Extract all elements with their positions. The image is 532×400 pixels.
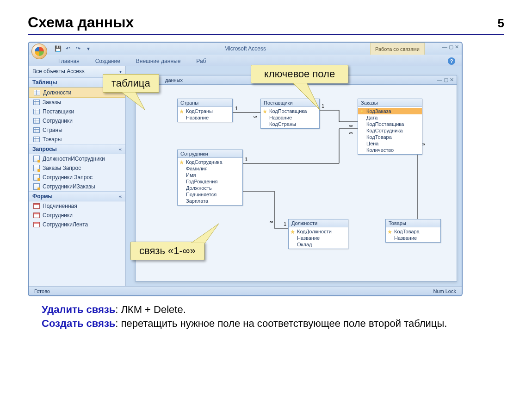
nav-group-queries[interactable]: Запросы « xyxy=(29,144,125,154)
entity-key-field[interactable]: КодДолжности xyxy=(289,228,348,235)
nav-group-forms[interactable]: Формы « xyxy=(29,191,125,201)
callout-text: ключевое поле xyxy=(264,68,335,80)
callout-text: связь «1-∞» xyxy=(139,245,196,256)
collapse-icon[interactable]: « xyxy=(119,147,122,152)
access-window: 💾 ↶ ↷ ▾ Microsoft Access Работа со связя… xyxy=(28,42,463,296)
nav-item-label: Заказы Запрос xyxy=(43,165,81,171)
entity-field[interactable]: КодПоставщика xyxy=(358,121,422,127)
callout-tail-icon xyxy=(191,223,223,243)
nav-item-query[interactable]: Сотрудники Запрос xyxy=(29,173,125,182)
maximize-icon[interactable]: ▢ xyxy=(444,77,448,83)
footer-text: : ЛКМ + Delete. xyxy=(115,304,186,315)
entity-field[interactable]: Название xyxy=(386,235,440,241)
inner-window-title-text: данных xyxy=(165,77,183,83)
context-tab[interactable]: Работа со связями xyxy=(370,43,425,55)
help-icon[interactable]: ? xyxy=(448,57,455,65)
undo-icon[interactable]: ↶ xyxy=(64,44,72,53)
close-icon[interactable]: ✕ xyxy=(455,44,459,50)
nav-item-form[interactable]: Сотрудники xyxy=(29,211,125,220)
work-area: Все объекты Access ▾ Таблицы « Должности… xyxy=(29,66,462,286)
callout-table: таблица xyxy=(103,74,159,93)
entity-field[interactable]: Фамилия xyxy=(178,165,242,172)
query-icon xyxy=(33,156,40,162)
minimize-icon[interactable]: — xyxy=(442,44,447,50)
ribbon-tab[interactable]: Создание xyxy=(93,56,122,66)
nav-item-table[interactable]: Товары xyxy=(29,135,125,144)
minimize-icon[interactable]: — xyxy=(437,77,442,83)
nav-item-label: ДолжностиИСотрудники xyxy=(43,156,105,162)
nav-item-label: Должности xyxy=(43,89,71,96)
entity-field[interactable]: Подчиняется xyxy=(178,191,242,198)
entity-field[interactable]: Название xyxy=(261,114,319,121)
entity-field[interactable]: Название xyxy=(178,114,232,121)
rel-one: 1 xyxy=(235,106,238,111)
entity-title: Заказы xyxy=(358,99,422,107)
rel-many: ∞ xyxy=(270,219,273,225)
entity-field[interactable]: КодСотрудника xyxy=(358,127,422,134)
entity-field[interactable]: Должность xyxy=(178,185,242,191)
entity-countries[interactable]: Страны КодСтраны Название xyxy=(177,99,233,122)
nav-item-form[interactable]: СотрудникиЛента xyxy=(29,220,125,229)
form-icon xyxy=(33,222,40,227)
inner-window-controls: — ▢ ✕ xyxy=(437,77,454,83)
entity-key-field[interactable]: КодСтраны xyxy=(178,108,232,114)
ribbon-tab[interactable]: Внешние данные xyxy=(134,56,183,66)
nav-item-form[interactable]: Подчиненная xyxy=(29,201,125,211)
entity-field[interactable]: Название xyxy=(289,235,348,241)
nav-item-table[interactable]: Страны xyxy=(29,125,125,135)
entity-orders[interactable]: Заказы КодЗаказа Дата КодПоставщика КодС… xyxy=(358,99,422,155)
form-icon xyxy=(33,212,40,218)
status-numlock: Num Lock xyxy=(433,288,456,294)
footer-highlight: Удалить связь xyxy=(42,304,115,315)
status-text: Готово xyxy=(34,288,50,294)
titlebar: 💾 ↶ ↷ ▾ Microsoft Access Работа со связя… xyxy=(29,43,462,55)
entity-field[interactable]: Количество xyxy=(358,147,422,153)
entity-field[interactable]: КодСтраны xyxy=(261,121,319,127)
entity-title: Страны xyxy=(178,99,232,107)
redo-icon[interactable]: ↷ xyxy=(74,44,82,53)
table-icon xyxy=(33,109,40,114)
nav-item-table[interactable]: Сотрудники xyxy=(29,116,125,125)
close-icon[interactable]: ✕ xyxy=(450,77,454,83)
ribbon-tab[interactable]: Главная xyxy=(56,56,81,66)
entity-key-field[interactable]: КодТовара xyxy=(386,228,440,235)
form-icon xyxy=(33,203,40,209)
entity-field[interactable]: Оклад xyxy=(289,241,348,248)
nav-item-table[interactable]: Поставщики xyxy=(29,107,125,116)
entity-goods[interactable]: Товары КодТовара Название xyxy=(385,219,441,243)
chevron-down-icon[interactable]: ▾ xyxy=(119,69,122,74)
nav-item-label: Сотрудники xyxy=(43,212,73,219)
qat-dropdown-icon[interactable]: ▾ xyxy=(84,44,93,53)
nav-pane-title: Все объекты Access xyxy=(32,68,85,75)
maximize-icon[interactable]: ▢ xyxy=(449,44,453,50)
ribbon-tab[interactable]: Раб xyxy=(194,56,208,66)
entity-employees[interactable]: Сотрудники КодСотрудника Фамилия Имя Год… xyxy=(177,150,243,206)
entity-key-field[interactable]: КодЗаказа xyxy=(358,108,422,114)
table-icon xyxy=(33,137,40,142)
rel-one: 1 xyxy=(284,221,286,227)
entity-title: Сотрудники xyxy=(178,150,242,158)
slide-number: 5 xyxy=(498,16,504,31)
entity-field[interactable]: Цена xyxy=(358,140,422,147)
entity-field[interactable]: ГодРождения xyxy=(178,178,242,185)
entity-key-field[interactable]: КодСотрудника xyxy=(178,159,242,165)
nav-item-table[interactable]: Заказы xyxy=(29,98,125,107)
entity-positions[interactable]: Должности КодДолжности Название Оклад xyxy=(288,219,348,249)
svg-marker-0 xyxy=(122,92,145,110)
status-bar: Готово Num Lock xyxy=(29,286,462,295)
entity-title: Должности xyxy=(289,219,348,227)
entity-field[interactable]: Имя xyxy=(178,172,242,178)
slide-header: Схема данных 5 xyxy=(28,14,504,35)
save-icon[interactable]: 💾 xyxy=(54,44,62,53)
nav-item-label: Товары xyxy=(43,136,62,143)
query-icon xyxy=(33,174,40,181)
office-button[interactable] xyxy=(31,44,47,59)
entity-field[interactable]: КодТовара xyxy=(358,134,422,140)
nav-item-query[interactable]: ДолжностиИСотрудники xyxy=(29,154,125,163)
rel-many: ∞ xyxy=(349,123,353,128)
entity-field[interactable]: Дата xyxy=(358,114,422,121)
nav-item-query[interactable]: СотрудникиИЗаказы xyxy=(29,182,125,191)
entity-field[interactable]: Зарплата xyxy=(178,198,242,204)
collapse-icon[interactable]: « xyxy=(119,194,122,199)
nav-item-query[interactable]: Заказы Запрос xyxy=(29,163,125,173)
